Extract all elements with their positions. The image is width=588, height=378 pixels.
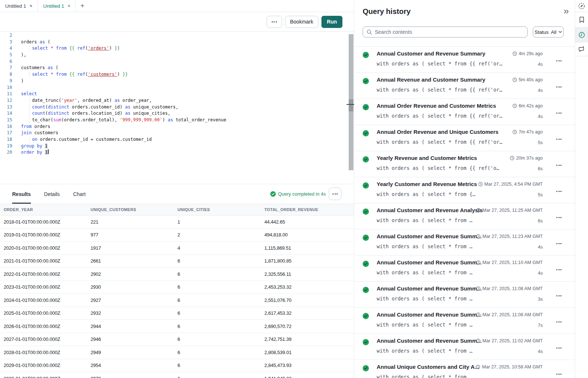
history-item-more-button[interactable] xyxy=(556,343,561,350)
code-token: , ordered_at) xyxy=(77,98,115,103)
editor-toolbar: Bookmark Run xyxy=(0,12,354,32)
success-status-icon xyxy=(363,78,369,86)
history-item[interactable]: Annual Revenue and Customer Summarywith … xyxy=(355,72,575,99)
code-token xyxy=(21,98,29,103)
history-item-more-button[interactable] xyxy=(556,239,561,246)
history-item-timestamp: Mar 27, 2025, 11:08 AM GMT xyxy=(476,312,543,317)
history-item-more-button[interactable] xyxy=(556,56,561,63)
code-token: to_char( xyxy=(32,117,53,122)
results-more-button[interactable] xyxy=(329,188,341,200)
history-item-more-button[interactable] xyxy=(556,82,561,89)
history-item[interactable]: Annual Customer and Revenue Summ...with … xyxy=(355,229,575,255)
status-filter-label: Status xyxy=(535,29,549,35)
query-status-text: Query completed in 4s xyxy=(278,191,326,197)
history-item-more-button[interactable] xyxy=(556,213,561,220)
clock-icon xyxy=(513,130,517,134)
history-item[interactable]: Yearly Revenue and Customer Metricswith … xyxy=(355,151,575,177)
code-token: as xyxy=(125,111,130,116)
code-line: 20order by 1 xyxy=(0,149,226,156)
table-row: 2019-01-01T00:00:00.000Z9772494,818.00 xyxy=(0,229,354,242)
code-token xyxy=(21,104,29,110)
history-item-title: Annual Order Revenue and Unique Customer… xyxy=(377,129,500,135)
history-item-more-button[interactable] xyxy=(556,108,561,115)
history-item-more-button[interactable] xyxy=(556,370,561,376)
table-cell: 4 xyxy=(177,245,264,251)
splitter-grip[interactable] xyxy=(346,104,354,105)
table-cell: 6 xyxy=(177,350,264,355)
history-item-duration: 5s xyxy=(538,192,543,197)
line-number: 15 xyxy=(0,117,16,124)
close-tab-icon[interactable]: × xyxy=(29,3,32,8)
table-cell: 2019-01-01T00:00:00.000Z xyxy=(4,232,91,238)
collapse-panel-button[interactable] xyxy=(563,8,570,15)
editor-scrollbar-thumb[interactable] xyxy=(349,99,353,111)
timestamp-text: Mar 27, 2025, 11:08 AM GMT xyxy=(482,286,543,291)
close-tab-icon[interactable]: × xyxy=(67,3,70,8)
code-token: from xyxy=(56,46,67,51)
history-item-more-button[interactable] xyxy=(556,135,561,141)
check-circle-icon xyxy=(363,52,369,58)
rail-button-bookmark[interactable] xyxy=(575,12,588,28)
code-token xyxy=(29,104,32,110)
history-item[interactable]: Yearly Customer and Revenue Metricswith … xyxy=(355,177,575,203)
history-item[interactable]: Annual Customer and Revenue Summarywith … xyxy=(355,46,575,72)
code-token: ref xyxy=(77,46,85,51)
history-item[interactable]: Annual Customer and Revenue Analysiswith… xyxy=(355,203,575,229)
history-item[interactable]: Annual Customer and Revenue Summ...with … xyxy=(355,307,575,334)
clock-icon xyxy=(476,208,480,213)
file-tab-1[interactable]: Untitled 1× xyxy=(0,0,38,12)
more-options-button[interactable] xyxy=(267,16,282,28)
code-token: join xyxy=(21,130,32,135)
search-icon xyxy=(367,29,372,35)
history-item-more-button[interactable] xyxy=(556,317,561,324)
check-circle-icon xyxy=(363,78,369,84)
rail-button-compass[interactable] xyxy=(575,0,588,12)
history-item-more-button[interactable] xyxy=(556,187,561,193)
history-item[interactable]: Annual Customer and Revenue Summ...with … xyxy=(355,255,575,281)
results-tab-results[interactable]: Results xyxy=(12,184,31,204)
code-line: 18 on orders.customer_id = customers.cus… xyxy=(0,136,226,143)
table-row: 2024-01-01T00:00:00.000Z292762,551,076.7… xyxy=(0,294,354,307)
history-item[interactable]: Annual Customer and Revenue Summ...with … xyxy=(355,281,575,307)
history-item[interactable]: Annual Customer and Revenue Summ...with … xyxy=(355,334,575,360)
search-input[interactable] xyxy=(375,29,524,35)
history-list: Annual Customer and Revenue Summarywith … xyxy=(355,46,575,378)
history-item[interactable]: Annual Order Revenue and Unique Customer… xyxy=(355,125,575,151)
table-row: 2023-01-01T00:00:00.000Z293062,453,253.3… xyxy=(0,281,354,294)
code-token: ) xyxy=(162,117,168,122)
file-tab-2[interactable]: Untitled 1× xyxy=(38,0,76,12)
sql-editor[interactable]: 23orders as (4 select * from {{ ref('ord… xyxy=(0,32,354,184)
history-item[interactable]: Annual Order Revenue and Customer Metric… xyxy=(355,99,575,125)
run-button[interactable]: Run xyxy=(321,16,342,28)
success-status-icon xyxy=(363,182,369,190)
new-tab-button[interactable]: + xyxy=(76,0,89,12)
code-text: count(distinct orders.location_id) as un… xyxy=(16,110,170,117)
history-item-more-button[interactable] xyxy=(556,161,561,167)
history-item-title: Annual Order Revenue and Customer Metric… xyxy=(377,103,500,109)
table-cell: 2026-01-01T00:00:00.000Z xyxy=(4,324,91,329)
line-number: 17 xyxy=(0,130,16,136)
table-cell: 2030-01-01T00:00:00.000Z xyxy=(4,376,91,378)
code-text: ), xyxy=(16,52,26,58)
code-text: select * from {{ ref('customers') }} xyxy=(16,71,128,78)
rail-button-ai-assistant[interactable] xyxy=(575,42,588,56)
history-item[interactable]: Annual Unique Customers and City A...wit… xyxy=(355,360,575,378)
results-tab-details[interactable]: Details xyxy=(44,184,60,204)
bookmark-button[interactable]: Bookmark xyxy=(285,16,318,28)
status-filter-dropdown[interactable]: Status All xyxy=(533,26,564,38)
results-tab-chart[interactable]: Chart xyxy=(73,184,85,204)
file-tab-bar: Untitled 1×Untitled 1×+ xyxy=(0,0,354,12)
code-text: orders as ( xyxy=(16,39,50,46)
editor-scrollbar[interactable] xyxy=(349,34,353,170)
history-item-more-button[interactable] xyxy=(556,291,561,298)
code-token xyxy=(48,46,50,51)
success-status-icon xyxy=(363,52,369,60)
code-text xyxy=(16,32,21,39)
rail-button-history[interactable] xyxy=(575,28,588,42)
line-number: 9 xyxy=(0,78,16,85)
table-cell: 44,442.65 xyxy=(264,219,354,225)
column-header: UNIQUE_CUSTOMERS xyxy=(91,207,177,212)
history-item-more-button[interactable] xyxy=(556,265,561,272)
code-token xyxy=(29,117,32,122)
more-options-icon xyxy=(556,295,561,296)
